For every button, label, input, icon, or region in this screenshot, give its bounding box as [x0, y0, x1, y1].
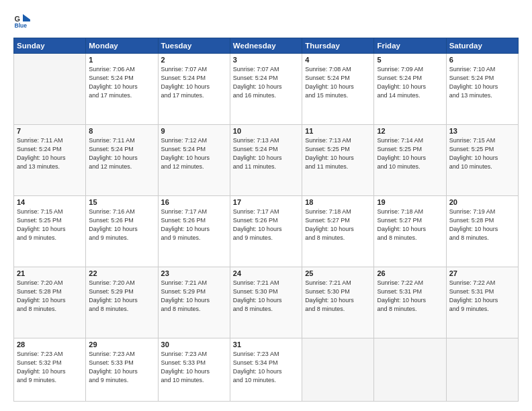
- calendar-cell: 20Sunrise: 7:19 AMSunset: 5:28 PMDayligh…: [446, 195, 518, 267]
- day-info: Sunrise: 7:21 AMSunset: 5:30 PMDaylight:…: [233, 279, 299, 314]
- svg-text:Blue: Blue: [15, 22, 28, 29]
- svg-text:G: G: [15, 15, 20, 23]
- calendar-cell: 24Sunrise: 7:21 AMSunset: 5:30 PMDayligh…: [230, 267, 302, 338]
- day-number: 20: [449, 198, 515, 206]
- day-number: 30: [161, 340, 227, 349]
- calendar-cell: 10Sunrise: 7:13 AMSunset: 5:24 PMDayligh…: [230, 124, 302, 195]
- calendar-cell: 31Sunrise: 7:23 AMSunset: 5:34 PMDayligh…: [230, 338, 302, 402]
- calendar-cell: 16Sunrise: 7:17 AMSunset: 5:26 PMDayligh…: [158, 195, 230, 267]
- calendar-cell: 22Sunrise: 7:20 AMSunset: 5:29 PMDayligh…: [86, 267, 158, 338]
- calendar-cell: 18Sunrise: 7:18 AMSunset: 5:27 PMDayligh…: [302, 195, 374, 267]
- day-info: Sunrise: 7:13 AMSunset: 5:24 PMDaylight:…: [233, 136, 299, 171]
- weekday-thursday: Thursday: [302, 38, 374, 54]
- day-number: 10: [233, 127, 299, 135]
- day-info: Sunrise: 7:18 AMSunset: 5:27 PMDaylight:…: [377, 208, 443, 242]
- day-info: Sunrise: 7:23 AMSunset: 5:34 PMDaylight:…: [233, 350, 299, 385]
- day-info: Sunrise: 7:21 AMSunset: 5:30 PMDaylight:…: [305, 279, 371, 314]
- svg-rect-3: [23, 19, 30, 21]
- calendar-cell: 27Sunrise: 7:22 AMSunset: 5:31 PMDayligh…: [446, 267, 518, 338]
- day-number: 8: [89, 127, 154, 135]
- calendar-cell: 14Sunrise: 7:15 AMSunset: 5:25 PMDayligh…: [14, 195, 86, 267]
- week-row-2: 7Sunrise: 7:11 AMSunset: 5:24 PMDaylight…: [14, 124, 519, 195]
- day-info: Sunrise: 7:06 AMSunset: 5:24 PMDaylight:…: [89, 65, 154, 100]
- day-info: Sunrise: 7:17 AMSunset: 5:26 PMDaylight:…: [233, 208, 299, 242]
- weekday-tuesday: Tuesday: [158, 38, 230, 54]
- calendar-cell: 3Sunrise: 7:07 AMSunset: 5:24 PMDaylight…: [230, 54, 302, 125]
- day-info: Sunrise: 7:07 AMSunset: 5:24 PMDaylight:…: [161, 65, 227, 100]
- day-number: 22: [89, 269, 154, 277]
- calendar-cell: 8Sunrise: 7:11 AMSunset: 5:24 PMDaylight…: [86, 124, 158, 195]
- day-info: Sunrise: 7:18 AMSunset: 5:27 PMDaylight:…: [305, 208, 371, 242]
- calendar-cell: 17Sunrise: 7:17 AMSunset: 5:26 PMDayligh…: [230, 195, 302, 267]
- page: G Blue SundayMondayTuesdayWednesdayThurs…: [0, 0, 532, 411]
- day-number: 27: [449, 269, 515, 277]
- day-info: Sunrise: 7:09 AMSunset: 5:24 PMDaylight:…: [377, 65, 443, 100]
- calendar-cell: 6Sunrise: 7:10 AMSunset: 5:24 PMDaylight…: [446, 54, 518, 125]
- day-info: Sunrise: 7:23 AMSunset: 5:33 PMDaylight:…: [89, 350, 154, 385]
- calendar-cell: 29Sunrise: 7:23 AMSunset: 5:33 PMDayligh…: [86, 338, 158, 402]
- calendar-cell: 11Sunrise: 7:13 AMSunset: 5:25 PMDayligh…: [302, 124, 374, 195]
- day-number: 25: [305, 269, 371, 277]
- day-info: Sunrise: 7:12 AMSunset: 5:24 PMDaylight:…: [161, 136, 227, 171]
- logo-icon: G Blue: [13, 12, 32, 31]
- day-info: Sunrise: 7:23 AMSunset: 5:32 PMDaylight:…: [17, 350, 83, 385]
- day-number: 29: [89, 340, 154, 349]
- weekday-sunday: Sunday: [14, 38, 86, 54]
- weekday-monday: Monday: [86, 38, 158, 54]
- day-number: 6: [449, 56, 515, 64]
- weekday-saturday: Saturday: [446, 38, 518, 54]
- day-number: 4: [305, 56, 371, 64]
- week-row-3: 14Sunrise: 7:15 AMSunset: 5:25 PMDayligh…: [14, 195, 519, 267]
- calendar-cell: 2Sunrise: 7:07 AMSunset: 5:24 PMDaylight…: [158, 54, 230, 125]
- calendar-cell: 23Sunrise: 7:21 AMSunset: 5:29 PMDayligh…: [158, 267, 230, 338]
- weekday-friday: Friday: [374, 38, 446, 54]
- day-number: 16: [161, 198, 227, 206]
- calendar-cell: [446, 338, 518, 402]
- calendar-cell: [374, 338, 446, 402]
- day-number: 23: [161, 269, 227, 277]
- day-number: 9: [161, 127, 227, 135]
- header: G Blue: [13, 12, 519, 31]
- day-info: Sunrise: 7:22 AMSunset: 5:31 PMDaylight:…: [377, 279, 443, 314]
- week-row-1: 1Sunrise: 7:06 AMSunset: 5:24 PMDaylight…: [14, 54, 519, 125]
- calendar-cell: 1Sunrise: 7:06 AMSunset: 5:24 PMDaylight…: [86, 54, 158, 125]
- day-info: Sunrise: 7:08 AMSunset: 5:24 PMDaylight:…: [305, 65, 371, 100]
- day-info: Sunrise: 7:11 AMSunset: 5:24 PMDaylight:…: [89, 136, 154, 171]
- calendar-cell: 30Sunrise: 7:23 AMSunset: 5:33 PMDayligh…: [158, 338, 230, 402]
- calendar-cell: 26Sunrise: 7:22 AMSunset: 5:31 PMDayligh…: [374, 267, 446, 338]
- week-row-5: 28Sunrise: 7:23 AMSunset: 5:32 PMDayligh…: [14, 338, 519, 402]
- day-number: 26: [377, 269, 443, 277]
- day-info: Sunrise: 7:10 AMSunset: 5:24 PMDaylight:…: [449, 65, 515, 100]
- day-number: 5: [377, 56, 443, 64]
- day-number: 11: [305, 127, 371, 135]
- calendar-cell: 9Sunrise: 7:12 AMSunset: 5:24 PMDaylight…: [158, 124, 230, 195]
- calendar-cell: 12Sunrise: 7:14 AMSunset: 5:25 PMDayligh…: [374, 124, 446, 195]
- day-number: 2: [161, 56, 227, 64]
- day-number: 19: [377, 198, 443, 206]
- weekday-wednesday: Wednesday: [230, 38, 302, 54]
- calendar-cell: [302, 338, 374, 402]
- calendar-cell: 19Sunrise: 7:18 AMSunset: 5:27 PMDayligh…: [374, 195, 446, 267]
- day-info: Sunrise: 7:20 AMSunset: 5:29 PMDaylight:…: [89, 279, 154, 314]
- logo: G Blue: [13, 12, 36, 31]
- day-number: 7: [17, 127, 83, 135]
- day-info: Sunrise: 7:13 AMSunset: 5:25 PMDaylight:…: [305, 136, 371, 171]
- day-info: Sunrise: 7:17 AMSunset: 5:26 PMDaylight:…: [161, 208, 227, 242]
- weekday-header-row: SundayMondayTuesdayWednesdayThursdayFrid…: [14, 38, 519, 54]
- day-number: 31: [233, 340, 299, 349]
- day-info: Sunrise: 7:19 AMSunset: 5:28 PMDaylight:…: [449, 208, 515, 242]
- day-info: Sunrise: 7:07 AMSunset: 5:24 PMDaylight:…: [233, 65, 299, 100]
- day-number: 24: [233, 269, 299, 277]
- day-info: Sunrise: 7:23 AMSunset: 5:33 PMDaylight:…: [161, 350, 227, 385]
- day-info: Sunrise: 7:20 AMSunset: 5:28 PMDaylight:…: [17, 279, 83, 314]
- day-info: Sunrise: 7:16 AMSunset: 5:26 PMDaylight:…: [89, 208, 154, 242]
- day-info: Sunrise: 7:22 AMSunset: 5:31 PMDaylight:…: [449, 279, 515, 314]
- calendar-cell: 5Sunrise: 7:09 AMSunset: 5:24 PMDaylight…: [374, 54, 446, 125]
- calendar-cell: 15Sunrise: 7:16 AMSunset: 5:26 PMDayligh…: [86, 195, 158, 267]
- calendar-cell: 28Sunrise: 7:23 AMSunset: 5:32 PMDayligh…: [14, 338, 86, 402]
- day-info: Sunrise: 7:11 AMSunset: 5:24 PMDaylight:…: [17, 136, 83, 171]
- day-number: 14: [17, 198, 83, 206]
- calendar-cell: 13Sunrise: 7:15 AMSunset: 5:25 PMDayligh…: [446, 124, 518, 195]
- day-number: 21: [17, 269, 83, 277]
- calendar-table: SundayMondayTuesdayWednesdayThursdayFrid…: [13, 38, 519, 402]
